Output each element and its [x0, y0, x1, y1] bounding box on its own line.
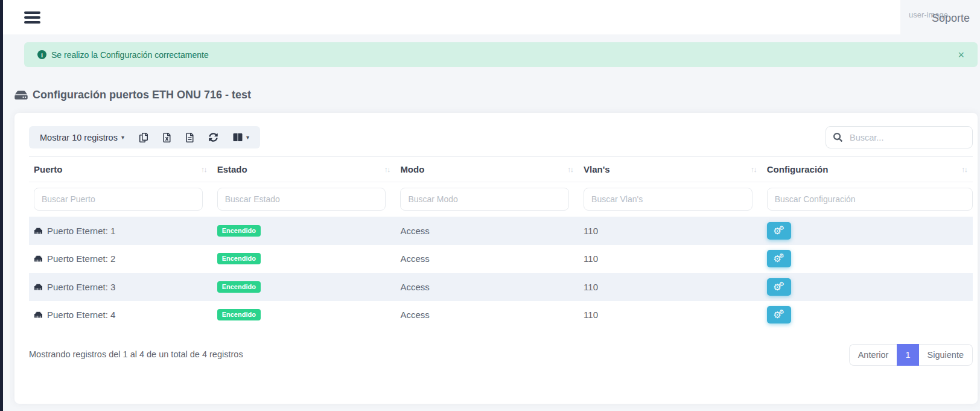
user-menu[interactable]: user-image Soporte — [900, 0, 980, 34]
cogs-icon-small: ⚙ — [779, 309, 784, 315]
table-search — [826, 126, 973, 148]
column-label: Configuración — [767, 164, 829, 174]
column-filter-input[interactable] — [400, 188, 569, 211]
app-window: user-image Soporte i Se realizo la Confi… — [0, 0, 980, 411]
column-filter-input[interactable] — [217, 188, 386, 211]
user-name: Soporte — [932, 12, 970, 25]
port-cell: Puerto Eternet: 4 — [29, 310, 212, 320]
column-filter-input[interactable] — [767, 188, 973, 211]
vlan-cell: 110 — [579, 253, 762, 264]
vlan-value: 110 — [584, 253, 598, 264]
configure-port-button[interactable]: ⚙ ⚙ — [767, 222, 791, 240]
alert-close-button[interactable]: × — [958, 49, 964, 60]
cogs-icon-small: ⚙ — [779, 225, 784, 231]
port-label: Puerto Eternet: 4 — [47, 310, 115, 320]
port-cell: Puerto Eternet: 2 — [29, 253, 212, 264]
column-header[interactable]: Estado ↑↓ — [212, 157, 396, 182]
port-cell: Puerto Eternet: 1 — [29, 226, 212, 236]
vlan-value: 110 — [584, 310, 598, 320]
sidebar-toggle-button[interactable] — [24, 9, 40, 26]
chevron-down-icon: ▾ — [121, 134, 124, 141]
port-label: Puerto Eternet: 3 — [47, 282, 115, 292]
page-title: Configuración puertos ETH ONU 716 - test — [14, 89, 980, 101]
ethernet-icon — [34, 255, 43, 263]
pagination-page-1-button[interactable]: 1 — [897, 344, 918, 366]
pagination: Anterior 1 Siguiente — [849, 344, 973, 366]
sort-icon[interactable]: ↑↓ — [201, 165, 206, 174]
table-header-row: Puerto ↑↓ Estado ↑↓ Modo ↑↓ Vlan's ↑↓ Co… — [29, 156, 973, 182]
status-cell: Encendido — [212, 281, 396, 293]
column-filter-input[interactable] — [584, 188, 752, 211]
cogs-icon-small: ⚙ — [779, 281, 784, 287]
table-card: Mostrar 10 registros ▾ — [14, 113, 978, 404]
page-title-text: Configuración puertos ETH ONU 716 - test — [33, 89, 251, 101]
topbar: user-image Soporte — [3, 0, 980, 34]
refresh-icon — [209, 133, 218, 142]
collapsed-sidebar[interactable] — [0, 0, 3, 411]
cogs-icon-small: ⚙ — [779, 253, 784, 259]
config-cell: ⚙ ⚙ — [762, 250, 973, 267]
file-excel-icon — [163, 133, 171, 142]
column-filter-cell — [29, 188, 212, 211]
port-label: Puerto Eternet: 2 — [47, 253, 115, 264]
table-row[interactable]: Puerto Eternet: 4 Encendido Access 110 ⚙… — [29, 301, 973, 330]
configure-port-button[interactable]: ⚙ ⚙ — [767, 306, 791, 323]
mode-cell: Access — [395, 310, 579, 320]
mode-value: Access — [400, 226, 429, 236]
export-file-button[interactable] — [186, 133, 194, 142]
column-filter-input[interactable] — [34, 188, 203, 211]
status-badge: Encendido — [217, 225, 261, 237]
pagination-next-button[interactable]: Siguiente — [919, 344, 973, 366]
table-row[interactable]: Puerto Eternet: 2 Encendido Access 110 ⚙… — [29, 245, 973, 273]
chevron-down-icon: ▾ — [246, 134, 249, 141]
table-toolbar: Mostrar 10 registros ▾ — [29, 126, 973, 148]
toolbar-button-group: Mostrar 10 registros ▾ — [29, 126, 260, 148]
columns-icon — [233, 133, 243, 142]
mode-value: Access — [400, 282, 429, 292]
column-header[interactable]: Modo ↑↓ — [395, 157, 579, 182]
column-header[interactable]: Puerto ↑↓ — [29, 157, 212, 182]
pagination-previous-button[interactable]: Anterior — [849, 344, 897, 366]
table-filter-row — [29, 182, 973, 217]
search-icon — [833, 133, 842, 142]
configure-port-button[interactable]: ⚙ ⚙ — [767, 278, 791, 296]
mode-cell: Access — [395, 253, 579, 264]
config-cell: ⚙ ⚙ — [762, 306, 973, 323]
sort-icon[interactable]: ↑↓ — [751, 165, 756, 174]
copy-button[interactable] — [139, 133, 148, 142]
sort-icon[interactable]: ↑↓ — [384, 165, 389, 174]
ethernet-icon — [34, 311, 43, 319]
table-body: Puerto Eternet: 1 Encendido Access 110 ⚙… — [29, 217, 973, 329]
column-label: Estado — [217, 164, 247, 174]
table-row[interactable]: Puerto Eternet: 3 Encendido Access 110 ⚙… — [29, 273, 973, 301]
port-label: Puerto Eternet: 1 — [47, 226, 115, 236]
column-header[interactable]: Configuración ↑↓ — [762, 157, 973, 182]
mode-cell: Access — [395, 282, 579, 292]
main-content: i Se realizo la Configuración correctame… — [3, 34, 980, 411]
column-label: Vlan's — [584, 164, 610, 174]
column-header[interactable]: Vlan's ↑↓ — [579, 157, 762, 182]
hamburger-icon — [24, 11, 40, 14]
sort-icon[interactable]: ↑↓ — [567, 165, 573, 174]
ethernet-icon — [34, 227, 43, 235]
config-cell: ⚙ ⚙ — [762, 222, 973, 240]
status-cell: Encendido — [212, 225, 396, 237]
hdd-icon — [14, 89, 28, 101]
column-visibility-button[interactable]: ▾ — [233, 133, 249, 142]
table-row[interactable]: Puerto Eternet: 1 Encendido Access 110 ⚙… — [29, 217, 973, 245]
vlan-cell: 110 — [579, 282, 762, 292]
refresh-button[interactable] — [209, 133, 218, 142]
configure-port-button[interactable]: ⚙ ⚙ — [767, 250, 791, 267]
vlan-value: 110 — [584, 282, 598, 292]
vlan-value: 110 — [584, 226, 598, 236]
page-length-dropdown[interactable]: Mostrar 10 registros ▾ — [40, 133, 124, 142]
ethernet-icon — [34, 283, 43, 291]
column-label: Modo — [400, 164, 424, 174]
search-input[interactable] — [848, 132, 965, 143]
records-info: Mostrando registros del 1 al 4 de un tot… — [29, 344, 243, 359]
sort-icon[interactable]: ↑↓ — [961, 165, 967, 174]
mode-value: Access — [400, 310, 429, 320]
column-filter-cell — [395, 188, 579, 211]
file-alt-icon — [186, 133, 194, 142]
export-excel-button[interactable] — [163, 133, 171, 142]
